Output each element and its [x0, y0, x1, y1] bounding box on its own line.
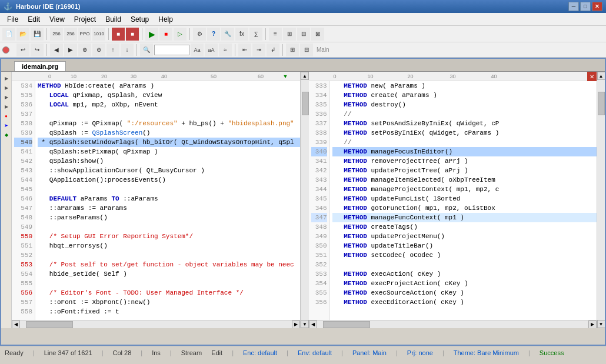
tb-open[interactable]: 📂 — [16, 28, 29, 41]
left-vscroll-up[interactable]: ▲ — [301, 72, 309, 80]
menu-edit[interactable]: Edit — [23, 14, 45, 25]
tb2-aa2[interactable]: aA — [205, 44, 218, 56]
tb-save[interactable]: 💾 — [31, 28, 44, 41]
code-line-549 — [38, 222, 300, 232]
left-hscroll-right[interactable]: ▶ — [292, 320, 300, 329]
tb-sep-1 — [46, 28, 47, 40]
tb-tools1[interactable]: 🔧 — [221, 28, 234, 41]
tb2-indent1[interactable]: ⇤ — [238, 44, 251, 56]
tb-info[interactable]: ? — [207, 28, 220, 41]
window-controls: ─ □ ✕ — [568, 2, 602, 11]
right-hscroll-track[interactable] — [317, 320, 589, 328]
tb2-undo[interactable]: ↩ — [16, 44, 29, 56]
right-hscroll-left[interactable]: ◀ — [309, 320, 317, 329]
bookmark-icon[interactable]: ◆ — [2, 131, 11, 139]
left-editor-pane: 0 10 20 30 40 50 60 ▼ 534535536537 53853… — [12, 72, 301, 328]
rcode-336: // — [332, 109, 597, 119]
close-button[interactable]: ✕ — [592, 2, 602, 11]
right-vscroll-track[interactable] — [597, 80, 605, 320]
fold-icon-4[interactable]: ▶ — [2, 102, 11, 111]
left-vscroll-thumb[interactable] — [302, 92, 309, 115]
tb-b3[interactable]: PPO — [78, 28, 91, 41]
tb-b1[interactable]: 256 — [50, 28, 63, 41]
right-vscrollbar[interactable]: ▲ ▼ — [597, 72, 605, 328]
tb2-sep-1 — [46, 44, 47, 56]
fold-icon-2[interactable]: ▶ — [2, 84, 11, 92]
tb2-b4[interactable]: ⊖ — [92, 44, 105, 56]
tb2-b9[interactable]: ⊞ — [286, 44, 299, 56]
pane-close-button[interactable]: ✕ — [587, 72, 597, 81]
tb-red2[interactable]: ■ — [126, 28, 139, 41]
tb-extra2[interactable]: ⊞ — [283, 28, 296, 41]
tb2-b10[interactable]: ⊟ — [300, 44, 313, 56]
tb-sep-2 — [108, 28, 109, 40]
right-code-content[interactable]: METHOD new( aParams ) METHOD create( aPa… — [330, 81, 597, 320]
minimize-button[interactable]: ─ — [568, 2, 579, 11]
code-line-541: qSplash:setPixmap( qPixmap ) — [38, 147, 300, 156]
tb2-b8[interactable]: ↲ — [267, 44, 279, 56]
left-ruler: 0 10 20 30 40 50 60 ▼ — [12, 72, 300, 81]
right-hscroll-thumb[interactable] — [323, 321, 370, 328]
tb2-redo[interactable]: ↪ — [31, 44, 44, 56]
tb2-b1[interactable]: ◀ — [50, 44, 63, 56]
left-vscroll-down[interactable]: ▼ — [301, 320, 309, 328]
code-line-557: ::oFont := XbpFont():new() — [38, 298, 300, 307]
rcode-334: METHOD create( aParams ) — [332, 91, 597, 100]
tb2-b5[interactable]: ↑ — [106, 44, 119, 56]
menu-help[interactable]: Help — [154, 14, 178, 25]
tb-tools2[interactable]: fx — [235, 28, 248, 41]
tb2-b7[interactable]: ≈ — [219, 44, 232, 56]
right-vscroll-thumb[interactable] — [598, 92, 605, 115]
menu-view[interactable]: View — [45, 14, 69, 25]
tb-new[interactable]: 📄 — [2, 28, 15, 41]
code-line-539: qSplash := QSplashScreen() — [38, 128, 300, 138]
tb-run-green[interactable]: ▶ — [145, 28, 158, 41]
tb-run2[interactable]: ▷ — [174, 28, 187, 41]
tb-stop[interactable]: ■ — [159, 28, 172, 41]
menu-setup[interactable]: Setup — [126, 14, 154, 25]
breakpoint-icon[interactable]: ● — [2, 112, 11, 120]
fold-icon-1[interactable]: ▶ — [2, 74, 11, 82]
tb-tools3[interactable]: ∑ — [249, 28, 262, 41]
left-code-area[interactable]: 534535536537 538539 540 541542543544545 … — [12, 81, 300, 320]
tb2-b3[interactable]: ⊕ — [78, 44, 91, 56]
right-code-area[interactable]: 333334335336 337338339 340 3413423433443… — [309, 81, 597, 320]
tb-extra1[interactable]: ≡ — [269, 28, 282, 41]
left-hscroll-track[interactable] — [20, 320, 292, 328]
record-btn[interactable] — [2, 46, 9, 54]
tb-settings[interactable]: ⚙ — [193, 28, 206, 41]
maximize-button[interactable]: □ — [580, 2, 591, 11]
left-hscrollbar[interactable]: ◀ ▶ — [12, 320, 300, 328]
left-vscrollbar[interactable]: ▲ ▼ — [301, 72, 309, 328]
menu-file[interactable]: File — [2, 14, 23, 25]
fold-icon-3[interactable]: ▶ — [2, 93, 11, 101]
left-hscroll-thumb[interactable] — [26, 321, 73, 328]
arrow-icon[interactable]: ➤ — [2, 121, 11, 129]
tb2-b2[interactable]: ▶ — [64, 44, 77, 56]
title-bar: ⚓ Harbour IDE (r16901) ─ □ ✕ — [0, 0, 606, 13]
right-line-numbers: 333334335336 337338339 340 3413423433443… — [309, 81, 330, 320]
file-tab[interactable]: idemain.prg — [14, 61, 66, 71]
tb-extra4[interactable]: ⊠ — [311, 28, 324, 41]
code-line-551: hbqt_errorsys() — [38, 241, 300, 251]
tb2-aa1[interactable]: Aa — [191, 44, 204, 56]
tb-b4[interactable]: 1010 — [92, 28, 105, 41]
right-hscroll-right[interactable]: ▶ — [588, 320, 597, 329]
tb-extra3[interactable]: ⊟ — [297, 28, 310, 41]
menu-build[interactable]: Build — [101, 14, 126, 25]
tb2-indent2[interactable]: ⇥ — [252, 44, 265, 56]
tb-b2[interactable]: 256 — [64, 28, 77, 41]
search-input-tb[interactable] — [154, 45, 189, 55]
tb2-b6[interactable]: ↓ — [121, 44, 134, 56]
right-hscrollbar[interactable]: ◀ ▶ — [309, 320, 597, 328]
tb2-sep-3 — [235, 44, 235, 56]
tb-red1[interactable]: ■ — [112, 28, 125, 41]
left-code-content[interactable]: METHOD HbIde:create( aParams ) LOCAL qPi… — [35, 81, 300, 320]
left-vscroll-track[interactable] — [301, 80, 309, 320]
menu-project[interactable]: Project — [69, 14, 101, 25]
tb-sep-3 — [142, 28, 142, 40]
right-vscroll-up[interactable]: ▲ — [597, 72, 605, 80]
right-vscroll-down[interactable]: ▼ — [597, 320, 605, 328]
tb2-search[interactable]: 🔍 — [140, 44, 153, 56]
left-hscroll-left[interactable]: ◀ — [12, 320, 20, 329]
